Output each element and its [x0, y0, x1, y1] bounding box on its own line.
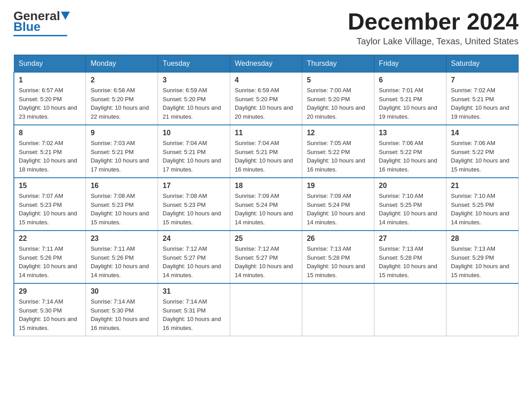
calendar-cell: 11 Sunrise: 7:04 AMSunset: 5:21 PMDaylig… — [230, 125, 302, 178]
day-number: 24 — [163, 235, 225, 243]
calendar-cell: 8 Sunrise: 7:02 AMSunset: 5:21 PMDayligh… — [14, 125, 86, 178]
logo-blue: Blue — [13, 20, 41, 34]
calendar-cell: 23 Sunrise: 7:11 AMSunset: 5:26 PMDaylig… — [86, 231, 158, 283]
calendar-cell: 27 Sunrise: 7:13 AMSunset: 5:28 PMDaylig… — [374, 231, 446, 283]
calendar-cell: 25 Sunrise: 7:12 AMSunset: 5:27 PMDaylig… — [230, 231, 302, 283]
day-info: Sunrise: 7:02 AMSunset: 5:21 PMDaylight:… — [19, 140, 77, 173]
calendar-header: Sunday Monday Tuesday Wednesday Thursday… — [14, 55, 519, 73]
calendar-cell: 13 Sunrise: 7:06 AMSunset: 5:22 PMDaylig… — [374, 125, 446, 178]
day-info: Sunrise: 6:59 AMSunset: 5:20 PMDaylight:… — [163, 87, 221, 120]
day-info: Sunrise: 7:04 AMSunset: 5:21 PMDaylight:… — [163, 140, 221, 173]
day-info: Sunrise: 7:05 AMSunset: 5:22 PMDaylight:… — [307, 140, 365, 173]
month-title: December 2024 — [348, 9, 519, 34]
day-number: 5 — [307, 76, 369, 84]
day-info: Sunrise: 7:09 AMSunset: 5:24 PMDaylight:… — [307, 193, 365, 226]
day-number: 13 — [379, 129, 442, 137]
day-number: 30 — [90, 287, 153, 295]
day-info: Sunrise: 7:10 AMSunset: 5:25 PMDaylight:… — [451, 193, 509, 226]
calendar-cell — [446, 283, 519, 336]
day-number: 31 — [163, 287, 225, 295]
day-number: 8 — [19, 129, 81, 137]
calendar-cell: 14 Sunrise: 7:06 AMSunset: 5:22 PMDaylig… — [446, 125, 519, 178]
day-number: 1 — [19, 76, 81, 84]
day-info: Sunrise: 7:07 AMSunset: 5:23 PMDaylight:… — [19, 193, 77, 226]
location-title: Taylor Lake Village, Texas, United State… — [348, 36, 519, 47]
calendar-cell: 30 Sunrise: 7:14 AMSunset: 5:30 PMDaylig… — [86, 283, 158, 336]
day-info: Sunrise: 7:14 AMSunset: 5:30 PMDaylight:… — [19, 298, 77, 331]
day-info: Sunrise: 7:09 AMSunset: 5:24 PMDaylight:… — [235, 193, 293, 226]
col-thursday: Thursday — [302, 55, 374, 73]
calendar-cell: 3 Sunrise: 6:59 AMSunset: 5:20 PMDayligh… — [158, 73, 230, 125]
col-tuesday: Tuesday — [158, 55, 230, 73]
calendar-cell — [230, 283, 302, 336]
logo-triangle-icon — [61, 12, 70, 20]
day-number: 22 — [19, 235, 81, 243]
day-number: 15 — [19, 182, 81, 190]
header-row: Sunday Monday Tuesday Wednesday Thursday… — [14, 55, 519, 73]
day-info: Sunrise: 7:14 AMSunset: 5:30 PMDaylight:… — [90, 298, 149, 331]
calendar-cell: 17 Sunrise: 7:08 AMSunset: 5:23 PMDaylig… — [158, 178, 230, 231]
day-number: 21 — [451, 182, 514, 190]
calendar-cell: 28 Sunrise: 7:13 AMSunset: 5:29 PMDaylig… — [446, 231, 519, 283]
calendar-cell: 9 Sunrise: 7:03 AMSunset: 5:21 PMDayligh… — [86, 125, 158, 178]
day-info: Sunrise: 6:57 AMSunset: 5:20 PMDaylight:… — [19, 87, 77, 120]
day-number: 12 — [307, 129, 369, 137]
calendar-cell: 6 Sunrise: 7:01 AMSunset: 5:21 PMDayligh… — [374, 73, 446, 125]
col-friday: Friday — [374, 55, 446, 73]
calendar-cell: 22 Sunrise: 7:11 AMSunset: 5:26 PMDaylig… — [14, 231, 86, 283]
calendar-body: 1 Sunrise: 6:57 AMSunset: 5:20 PMDayligh… — [14, 73, 519, 336]
calendar-cell: 12 Sunrise: 7:05 AMSunset: 5:22 PMDaylig… — [302, 125, 374, 178]
day-info: Sunrise: 7:14 AMSunset: 5:31 PMDaylight:… — [163, 298, 221, 331]
day-number: 9 — [90, 129, 153, 137]
calendar-cell: 16 Sunrise: 7:08 AMSunset: 5:23 PMDaylig… — [86, 178, 158, 231]
calendar-cell: 10 Sunrise: 7:04 AMSunset: 5:21 PMDaylig… — [158, 125, 230, 178]
day-info: Sunrise: 7:10 AMSunset: 5:25 PMDaylight:… — [379, 193, 437, 226]
calendar-cell: 20 Sunrise: 7:10 AMSunset: 5:25 PMDaylig… — [374, 178, 446, 231]
calendar-cell: 29 Sunrise: 7:14 AMSunset: 5:30 PMDaylig… — [14, 283, 86, 336]
col-sunday: Sunday — [14, 55, 86, 73]
day-info: Sunrise: 7:03 AMSunset: 5:21 PMDaylight:… — [90, 140, 149, 173]
calendar-cell: 5 Sunrise: 7:00 AMSunset: 5:20 PMDayligh… — [302, 73, 374, 125]
day-info: Sunrise: 7:13 AMSunset: 5:28 PMDaylight:… — [379, 245, 437, 278]
day-number: 2 — [90, 76, 153, 84]
week-row-1: 1 Sunrise: 6:57 AMSunset: 5:20 PMDayligh… — [14, 73, 519, 125]
page-header: General Blue December 2024 Taylor Lake V… — [13, 9, 519, 47]
day-number: 28 — [451, 235, 514, 243]
day-number: 26 — [307, 235, 369, 243]
day-number: 10 — [163, 129, 225, 137]
day-info: Sunrise: 7:13 AMSunset: 5:29 PMDaylight:… — [451, 245, 509, 278]
week-row-4: 22 Sunrise: 7:11 AMSunset: 5:26 PMDaylig… — [14, 231, 519, 283]
day-info: Sunrise: 7:06 AMSunset: 5:22 PMDaylight:… — [379, 140, 437, 173]
day-number: 29 — [19, 287, 81, 295]
day-number: 17 — [163, 182, 225, 190]
day-number: 23 — [90, 235, 153, 243]
calendar-cell: 7 Sunrise: 7:02 AMSunset: 5:21 PMDayligh… — [446, 73, 519, 125]
day-info: Sunrise: 7:11 AMSunset: 5:26 PMDaylight:… — [19, 245, 77, 278]
day-number: 19 — [307, 182, 369, 190]
calendar-cell: 4 Sunrise: 6:59 AMSunset: 5:20 PMDayligh… — [230, 73, 302, 125]
calendar-cell: 31 Sunrise: 7:14 AMSunset: 5:31 PMDaylig… — [158, 283, 230, 336]
calendar-cell: 1 Sunrise: 6:57 AMSunset: 5:20 PMDayligh… — [14, 73, 86, 125]
day-number: 16 — [90, 182, 153, 190]
calendar-cell — [302, 283, 374, 336]
day-info: Sunrise: 7:06 AMSunset: 5:22 PMDaylight:… — [451, 140, 509, 173]
day-info: Sunrise: 7:11 AMSunset: 5:26 PMDaylight:… — [90, 245, 149, 278]
logo: General Blue — [13, 9, 70, 36]
day-number: 18 — [235, 182, 297, 190]
calendar-cell: 21 Sunrise: 7:10 AMSunset: 5:25 PMDaylig… — [446, 178, 519, 231]
day-number: 6 — [379, 76, 442, 84]
calendar-cell — [374, 283, 446, 336]
day-info: Sunrise: 7:02 AMSunset: 5:21 PMDaylight:… — [451, 87, 509, 120]
col-monday: Monday — [86, 55, 158, 73]
calendar-cell: 2 Sunrise: 6:58 AMSunset: 5:20 PMDayligh… — [86, 73, 158, 125]
day-info: Sunrise: 7:12 AMSunset: 5:27 PMDaylight:… — [235, 245, 293, 278]
day-info: Sunrise: 7:08 AMSunset: 5:23 PMDaylight:… — [163, 193, 221, 226]
week-row-3: 15 Sunrise: 7:07 AMSunset: 5:23 PMDaylig… — [14, 178, 519, 231]
week-row-2: 8 Sunrise: 7:02 AMSunset: 5:21 PMDayligh… — [14, 125, 519, 178]
col-saturday: Saturday — [446, 55, 519, 73]
day-info: Sunrise: 7:04 AMSunset: 5:21 PMDaylight:… — [235, 140, 293, 173]
day-info: Sunrise: 7:12 AMSunset: 5:27 PMDaylight:… — [163, 245, 221, 278]
calendar-cell: 26 Sunrise: 7:13 AMSunset: 5:28 PMDaylig… — [302, 231, 374, 283]
calendar-cell: 15 Sunrise: 7:07 AMSunset: 5:23 PMDaylig… — [14, 178, 86, 231]
day-info: Sunrise: 6:58 AMSunset: 5:20 PMDaylight:… — [90, 87, 149, 120]
